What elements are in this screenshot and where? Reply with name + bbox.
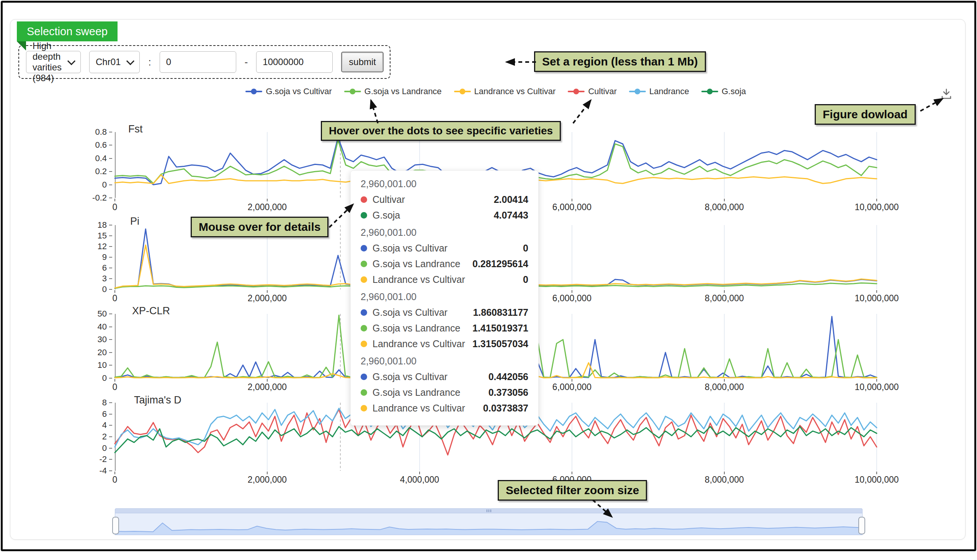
- y-tick-mark: [109, 448, 112, 448]
- legend-item[interactable]: Landrance: [629, 87, 689, 97]
- tooltip-row: Cultivar2.00414: [361, 194, 529, 205]
- slider-track[interactable]: [115, 513, 862, 535]
- y-tick-mark: [109, 289, 112, 290]
- x-tick-label: 8,000,000: [705, 293, 744, 303]
- chevron-down-icon: [126, 57, 134, 65]
- legend-dot: [634, 89, 640, 95]
- series-dot-icon: [361, 341, 367, 347]
- arrow-to-slider: [589, 497, 621, 522]
- tooltip-group: 2,960,001.00G.soja vs Cultivar0.442056G.…: [361, 356, 529, 414]
- submit-button[interactable]: submit: [341, 52, 383, 72]
- legend-dot: [459, 89, 465, 95]
- tooltip-series-value: 0: [523, 243, 529, 254]
- slider-right-handle[interactable]: [858, 517, 865, 534]
- series-dot-icon: [361, 309, 367, 316]
- x-tick-label: 0: [113, 382, 118, 392]
- legend-marker-icon: [344, 88, 361, 95]
- legend-item[interactable]: G.soja: [701, 87, 746, 97]
- legend-marker-icon: [701, 88, 718, 95]
- slider-minimap: [115, 513, 862, 535]
- x-tick-label: 0: [113, 202, 118, 212]
- chromosome-select-value: Chr01: [96, 57, 121, 67]
- callout-filter-zoom: Selected filter zoom size: [498, 480, 647, 501]
- series-dot-icon: [361, 389, 367, 396]
- tooltip-series-value: 4.07443: [494, 210, 529, 221]
- x-tick-label: 2,000,000: [248, 475, 287, 485]
- tooltip-row: Landrance vs Cultivar0: [361, 274, 529, 285]
- tooltip-series-value: 0.0373837: [483, 403, 529, 414]
- dataset-select[interactable]: High deepth varities (984): [26, 51, 81, 73]
- y-tick-mark: [109, 402, 112, 403]
- slider-grip-icon[interactable]: [487, 510, 491, 512]
- tooltip-position-header: 2,960,001.00: [361, 178, 529, 190]
- tooltip-series-label: G.soja vs Cultivar: [372, 307, 473, 318]
- tooltip-series-label: Landrance vs Cultivar: [372, 274, 523, 285]
- panel-tab-selection-sweep: Selection sweep: [17, 22, 118, 41]
- tooltip-series-value: 1.415019371: [472, 323, 529, 334]
- region-end-input[interactable]: [256, 51, 333, 73]
- series-dot-icon: [361, 373, 367, 380]
- y-tick-mark: [109, 339, 112, 340]
- chart-title: Pi: [130, 215, 139, 227]
- colon-separator: :: [148, 56, 151, 68]
- x-tick-label: 6,000,000: [552, 293, 592, 303]
- tooltip-position-header: 2,960,001.00: [361, 291, 529, 302]
- x-tick-label: 0: [113, 293, 118, 303]
- y-tick-mark: [109, 313, 112, 314]
- tooltip-series-value: 0.373056: [488, 387, 529, 398]
- x-tick-label: 0: [113, 475, 118, 485]
- legend-marker-icon: [454, 88, 471, 95]
- chromosome-select[interactable]: Chr01: [89, 51, 140, 73]
- legend-dot: [350, 89, 355, 95]
- y-tick-mark: [109, 246, 112, 247]
- x-tick-label: 10,000,000: [855, 382, 899, 392]
- y-tick-mark: [109, 414, 112, 415]
- zoom-filter-slider[interactable]: [115, 508, 862, 537]
- chart-title: Fst: [128, 123, 143, 135]
- legend-item[interactable]: Landrance vs Cultivar: [454, 87, 556, 97]
- slider-left-handle[interactable]: [112, 517, 119, 534]
- y-tick-mark: [109, 235, 112, 236]
- tooltip-position-header: 2,960,001.00: [361, 356, 529, 367]
- x-tick-label: 6,000,000: [552, 202, 592, 212]
- y-tick-mark: [109, 185, 112, 185]
- legend-label: Landrance vs Cultivar: [474, 87, 556, 97]
- legend-item[interactable]: G.soja vs Cultivar: [245, 87, 332, 97]
- x-tick-label: 8,000,000: [705, 202, 744, 212]
- x-tick-label: 6,000,000: [552, 382, 592, 392]
- y-tick-mark: [109, 278, 112, 279]
- tooltip-series-label: G.soja vs Cultivar: [372, 371, 488, 382]
- tooltip-group: 2,960,001.00G.soja vs Cultivar0G.soja vs…: [361, 227, 529, 285]
- series-dot-icon: [361, 197, 367, 203]
- y-tick-mark: [109, 171, 112, 172]
- y-tick-mark: [109, 470, 112, 471]
- region-start-input[interactable]: [160, 51, 236, 73]
- y-axis: 0.80.60.40.20-0.2: [78, 132, 112, 198]
- chart-title: XP-CLR: [132, 305, 170, 317]
- tooltip-series-value: 1.315057034: [472, 338, 529, 350]
- tooltip-series-label: Landrance vs Cultivar: [372, 403, 483, 414]
- tooltip-row: Landrance vs Cultivar0.0373837: [361, 403, 529, 414]
- legend-marker-icon: [245, 88, 262, 95]
- tooltip-group: 2,960,001.00Cultivar2.00414G.soja4.07443: [361, 178, 529, 221]
- tooltip-group: 2,960,001.00G.soja vs Cultivar1.86083117…: [361, 291, 529, 350]
- x-tick-label: 10,000,000: [855, 202, 899, 212]
- tooltip-series-label: G.soja: [372, 210, 494, 221]
- legend-marker-icon: [629, 88, 646, 95]
- y-axis: 1815129630: [78, 225, 112, 289]
- y-tick-mark: [109, 198, 112, 198]
- tooltip-series-value: 1.860831177: [473, 307, 529, 318]
- x-axis: 02,000,0004,000,0006,000,0008,000,00010,…: [115, 475, 877, 485]
- y-tick-mark: [109, 158, 112, 159]
- legend-dot: [574, 89, 579, 95]
- x-tick-label: 2,000,000: [248, 382, 287, 392]
- hover-tooltip: 2,960,001.00Cultivar2.00414G.soja4.07443…: [350, 170, 539, 426]
- tooltip-series-label: G.soja vs Cultivar: [372, 243, 523, 254]
- legend-items: G.soja vs CultivarG.soja vs LandranceLan…: [115, 87, 877, 97]
- series-dot-icon: [361, 245, 367, 252]
- tooltip-series-label: Cultivar: [372, 194, 494, 205]
- callout-mouse-over: Mouse over for details: [191, 217, 328, 237]
- arrow-to-submit: [500, 54, 538, 70]
- tooltip-row: G.soja vs Cultivar0: [361, 243, 529, 254]
- x-tick-label: 8,000,000: [705, 475, 744, 485]
